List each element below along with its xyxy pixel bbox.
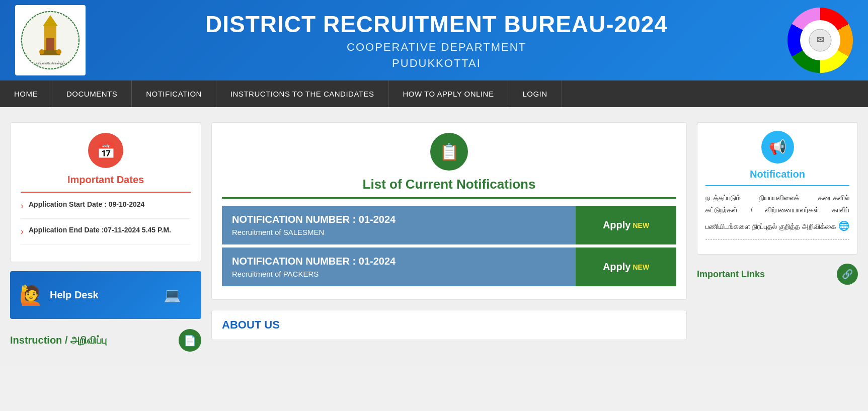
svg-text:வாய்மையே வெல்லும்: வாய்மையே வெல்லும் [36, 61, 66, 65]
helpdesk-label: Help Desk [50, 289, 99, 301]
inner-logo-circle: ✉ [800, 20, 840, 60]
notifications-icon: 📋 [430, 133, 468, 171]
svg-point-6 [39, 49, 44, 54]
date-item-end: › Application End Date :07-11-2024 5.45 … [21, 226, 191, 244]
subtitle1: COOPERATIVE DEPARTMENT [86, 41, 787, 54]
svg-point-7 [56, 49, 61, 54]
page-header: வாய்மையே வெல்லும் DISTRICT RECRUITMENT B… [0, 0, 868, 80]
new-badge-2: NEW [633, 263, 649, 271]
svg-rect-3 [46, 38, 54, 50]
svg-text:✉: ✉ [817, 35, 824, 45]
notif-desc-2: Recruitment of PACKERS [232, 270, 566, 278]
header-title-block: DISTRICT RECRUITMENT BUREAU-2024 COOPERA… [86, 11, 787, 70]
right-logo: ✉ [787, 8, 853, 73]
important-links-bar: Important Links 🔗 [697, 264, 858, 285]
notif-info-2: NOTIFICATION NUMBER : 01-2024 Recruitmen… [222, 248, 576, 286]
main-navbar: HOME DOCUMENTS NOTIFICATION INSTRUCTIONS… [0, 80, 868, 107]
notif-number-2: NOTIFICATION NUMBER : 01-2024 [232, 256, 566, 267]
notifications-box: 📋 List of Current Notifications NOTIFICA… [211, 122, 687, 300]
center-column: 📋 List of Current Notifications NOTIFICA… [211, 122, 687, 352]
arrow-icon-end: › [21, 226, 24, 237]
calendar-icon: 📅 [88, 133, 123, 168]
nav-login[interactable]: LOGIN [508, 80, 562, 107]
helpdesk-icon: 🙋 [19, 284, 43, 306]
important-links-icon: 🔗 [837, 264, 858, 285]
apply-button-1[interactable]: Apply NEW [576, 206, 676, 244]
notif-desc-1: Recruitment of SALESMEN [232, 228, 566, 236]
nav-home[interactable]: HOME [0, 80, 52, 107]
date-item-start: › Application Start Date : 09-10-2024 [21, 200, 191, 219]
subtitle2: PUDUKKOTTAI [86, 57, 787, 70]
about-us-title: ABOUT US [222, 318, 676, 332]
end-date-text: Application End Date :07-11-2024 5.45 P.… [29, 226, 171, 234]
main-title: DISTRICT RECRUITMENT BUREAU-2024 [86, 11, 787, 38]
new-badge-1: NEW [633, 221, 649, 229]
notification-panel: 📢 Notification நடத்தப்படும் நியாயவிலைக் … [697, 122, 858, 255]
nav-documents[interactable]: DOCUMENTS [52, 80, 132, 107]
globe-icon[interactable]: 🌐 [838, 218, 849, 234]
notif-row-1: NOTIFICATION NUMBER : 01-2024 Recruitmen… [222, 206, 676, 244]
announcement-icon: 📢 [761, 131, 794, 163]
helpdesk-image: 💻 [152, 281, 192, 309]
left-column: 📅 Important Dates › Application Start Da… [10, 122, 201, 352]
notif-number-1: NOTIFICATION NUMBER : 01-2024 [232, 214, 566, 225]
apply-button-2[interactable]: Apply NEW [576, 248, 676, 286]
important-links-title: Important Links [697, 269, 765, 280]
important-dates-title: Important Dates [21, 174, 191, 186]
helpdesk-box[interactable]: 🙋 Help Desk 💻 [10, 271, 201, 319]
instruction-title: Instruction / அறிவிப்பு [10, 335, 107, 346]
nav-how-to-apply[interactable]: HOW TO APPLY ONLINE [388, 80, 508, 107]
notifications-title: List of Current Notifications [222, 177, 676, 192]
svg-rect-4 [42, 50, 58, 53]
notif-row-2: NOTIFICATION NUMBER : 01-2024 Recruitmen… [222, 248, 676, 286]
instruction-icon: 📄 [179, 329, 201, 352]
important-dates-box: 📅 Important Dates › Application Start Da… [10, 122, 201, 262]
start-date-text: Application Start Date : 09-10-2024 [29, 200, 144, 208]
about-us-bar: ABOUT US [211, 310, 687, 340]
left-logo: வாய்மையே வெல்லும் [15, 5, 86, 75]
nav-instructions[interactable]: INSTRUCTIONS TO THE CANDIDATES [216, 80, 389, 107]
right-column: 📢 Notification நடத்தப்படும் நியாயவிலைக் … [697, 122, 858, 352]
notif-panel-text: நடத்தப்படும் நியாயவிலைக் கடைகளில் கட்டுந… [705, 192, 849, 233]
notif-panel-title: Notification [705, 169, 849, 180]
nav-notification[interactable]: NOTIFICATION [132, 80, 216, 107]
instruction-bar: Instruction / அறிவிப்பு 📄 [10, 329, 201, 352]
arrow-icon-start: › [21, 201, 24, 211]
notif-info-1: NOTIFICATION NUMBER : 01-2024 Recruitmen… [222, 206, 576, 244]
main-content: 📅 Important Dates › Application Start Da… [0, 107, 868, 367]
